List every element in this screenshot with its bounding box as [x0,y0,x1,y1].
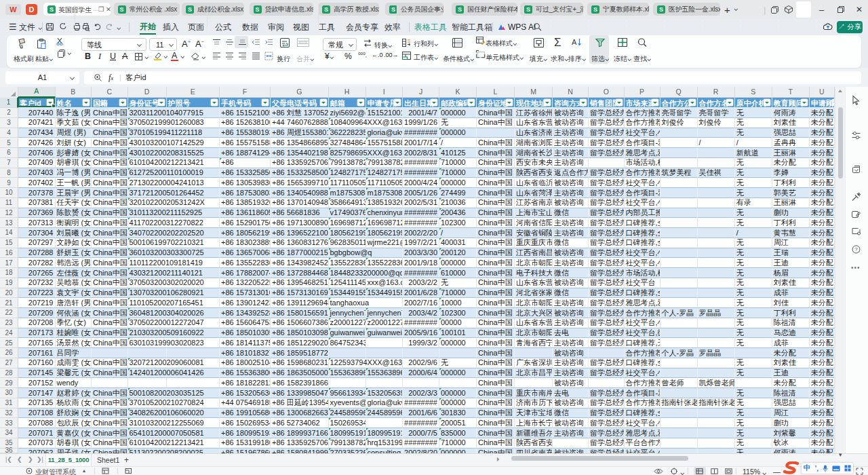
svg-text:?: ? [854,246,858,252]
